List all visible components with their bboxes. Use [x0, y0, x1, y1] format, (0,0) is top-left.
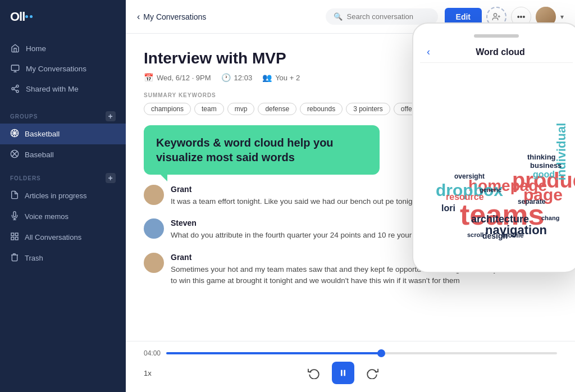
keyword-tag[interactable]: defense	[258, 103, 296, 115]
keyword-tag[interactable]: champions	[144, 103, 191, 115]
rewind-button[interactable]	[305, 364, 323, 382]
svg-line-7	[14, 86, 17, 88]
svg-point-16	[494, 13, 496, 16]
svg-rect-12	[11, 233, 14, 236]
msg-avatar	[144, 185, 164, 205]
calendar-icon: 📅	[144, 73, 153, 82]
search-icon: 🔍	[334, 12, 343, 21]
phone-status-bar	[420, 30, 573, 42]
word-cloud-word: thinking	[527, 153, 556, 161]
keyword-tag[interactable]: team	[194, 103, 224, 115]
progress-bar[interactable]: 04:00	[144, 349, 557, 357]
sidebar-item-shared[interactable]: Shared with Me	[0, 79, 126, 99]
participants-meta: 👥 You + 2	[262, 73, 300, 82]
voice-memos-label: Voice memos	[25, 212, 69, 221]
progress-thumb	[377, 349, 385, 357]
sidebar-item-baseball[interactable]: Baseball	[0, 144, 126, 165]
word-cloud-word: scroll	[467, 231, 483, 238]
sidebar-item-my-conversations[interactable]: My Conversations	[0, 58, 126, 79]
keyword-tag[interactable]: mvp	[227, 103, 255, 115]
phone-back-button[interactable]: ‹	[427, 46, 430, 58]
groups-section-label: GROUPS +	[0, 103, 126, 124]
word-cloud-word: separate	[518, 198, 545, 206]
word-cloud-word: generic	[480, 186, 501, 193]
add-group-button[interactable]: +	[106, 111, 116, 121]
sidebar-item-all-conversations[interactable]: All Conversations	[0, 227, 126, 248]
word-cloud-word: resource	[446, 192, 484, 202]
word-cloud-word: business	[530, 161, 562, 170]
speed-button[interactable]: 1x	[144, 369, 152, 377]
search-input[interactable]	[347, 12, 430, 21]
player-controls: 1x	[144, 362, 557, 384]
word-cloud-word: oversight	[454, 172, 485, 180]
callout-tooltip: Keywords & word cloud help you visualize…	[144, 125, 380, 175]
basketball-icon	[10, 129, 19, 139]
duration-label: 12:03	[234, 74, 253, 82]
people-icon: 👥	[262, 73, 272, 82]
word-cloud-area: teamshomepagedropboxproductpagenavigatio…	[420, 63, 573, 265]
baseball-icon	[10, 149, 19, 160]
search-bar[interactable]: 🔍	[326, 8, 438, 25]
main-content: ‹ My Conversations 🔍 Edit ••• ▾ Intervie…	[126, 0, 575, 392]
svg-rect-0	[11, 65, 19, 70]
svg-line-6	[14, 89, 17, 91]
progress-track[interactable]	[166, 352, 557, 354]
conversations-icon	[10, 63, 20, 74]
mic-icon	[10, 211, 19, 222]
clock-icon: 🕐	[221, 73, 231, 82]
play-pause-button[interactable]	[332, 362, 354, 384]
phone-title: Word cloud	[435, 47, 566, 57]
svg-rect-13	[15, 233, 18, 236]
word-cloud-word: mobile	[502, 231, 524, 239]
audio-player: 04:00 1x	[126, 341, 575, 392]
keyword-tag[interactable]: 3 pointers	[346, 103, 390, 115]
sidebar-item-trash[interactable]: Trash	[0, 248, 126, 268]
svg-point-5	[16, 90, 19, 93]
keyword-tag[interactable]: rebounds	[300, 103, 343, 115]
sidebar: Oll Home My Conversations Shared with Me	[0, 0, 126, 392]
sidebar-nav: Home My Conversations Shared with Me	[0, 34, 126, 103]
msg-avatar	[144, 218, 164, 239]
sidebar-item-home-label: Home	[26, 44, 46, 53]
time-current: 04:00	[144, 349, 161, 357]
sidebar-item-basketball[interactable]: Basketball	[0, 124, 126, 144]
svg-rect-19	[341, 370, 343, 376]
add-folder-button[interactable]: +	[106, 173, 116, 183]
date-label: Wed, 6/12 · 9PM	[157, 74, 211, 82]
trash-icon	[10, 253, 19, 263]
svg-point-3	[16, 85, 19, 87]
participants-label: You + 2	[275, 74, 300, 82]
forward-button[interactable]	[363, 364, 381, 382]
articles-label: Articles in progress	[25, 192, 87, 200]
all-conversations-label: All Conversations	[25, 233, 81, 241]
player-icons	[305, 362, 381, 384]
back-label: My Conversations	[143, 12, 206, 21]
sidebar-item-my-conv-label: My Conversations	[26, 65, 86, 73]
grid-icon	[10, 232, 19, 243]
home-icon	[10, 43, 20, 53]
callout-text: Keywords & word cloud help you visualize…	[156, 135, 367, 165]
sidebar-item-voice-memos[interactable]: Voice memos	[0, 206, 126, 227]
sidebar-item-shared-label: Shared with Me	[26, 85, 79, 93]
word-cloud-word: good	[533, 170, 555, 180]
sidebar-item-home[interactable]: Home	[0, 38, 126, 58]
svg-rect-15	[11, 237, 14, 240]
back-button[interactable]: ‹ My Conversations	[137, 12, 206, 22]
folder-icon	[10, 190, 19, 201]
basketball-label: Basketball	[25, 130, 60, 138]
svg-rect-14	[15, 237, 18, 240]
msg-avatar	[144, 253, 164, 273]
date-meta: 📅 Wed, 6/12 · 9PM	[144, 73, 211, 82]
baseball-label: Baseball	[25, 151, 54, 159]
shared-icon	[10, 84, 20, 94]
phone-notch	[474, 34, 519, 38]
back-arrow-icon: ‹	[137, 12, 140, 22]
word-cloud-word: architecture	[471, 213, 529, 225]
duration-meta: 🕐 12:03	[221, 73, 253, 82]
logo: Oll	[0, 0, 126, 34]
avatar-chevron[interactable]: ▾	[560, 13, 564, 21]
progress-fill	[166, 352, 381, 354]
folders-section-label: FOLDERS +	[0, 165, 126, 185]
sidebar-item-articles[interactable]: Articles in progress	[0, 185, 126, 206]
svg-rect-20	[344, 370, 345, 376]
